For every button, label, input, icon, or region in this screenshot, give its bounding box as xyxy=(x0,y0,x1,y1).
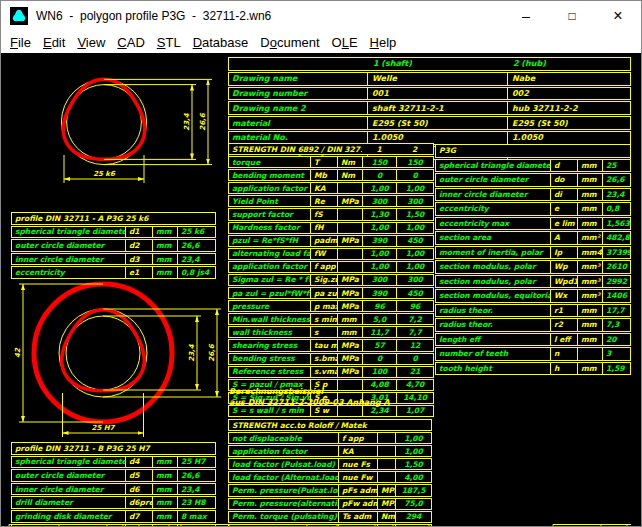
table-row: not displaceablef app1,00 xyxy=(228,432,432,444)
table-cell: pFw adm xyxy=(338,499,377,509)
menu-edit[interactable]: Edit xyxy=(37,33,71,52)
menu-stl[interactable]: STL xyxy=(151,33,187,52)
calculation-note: Berechnungsbeispiel aus DIN 32711-2-2009… xyxy=(229,386,390,408)
menu-cad[interactable]: CAD xyxy=(111,33,150,52)
table-cell: 23 H8 xyxy=(177,497,215,508)
table-row: pa zul = pzul*fW*fapppa zulMPa390450 xyxy=(228,287,434,299)
table-cell: 26,6 xyxy=(177,470,215,481)
table-cell: pFs adm xyxy=(338,485,377,495)
table-cell: mm xyxy=(152,484,177,495)
table-cell xyxy=(337,262,362,272)
table-cell: d7 xyxy=(125,511,152,522)
table-cell: d5 xyxy=(125,470,152,481)
table-cell: MPa xyxy=(337,288,362,298)
table-cell: MPa xyxy=(337,354,362,364)
table-cell: tau max xyxy=(310,340,337,350)
column-header-hub: 2 (hub) xyxy=(507,58,630,70)
table-cell xyxy=(377,472,395,482)
table-row: section modulus, polarWpmm³2610 xyxy=(435,260,631,274)
app-icon[interactable] xyxy=(10,7,28,25)
table-cell: 26,6 xyxy=(602,174,630,186)
table-cell xyxy=(377,459,395,469)
table-cell: mm xyxy=(152,227,177,238)
table-row: load factor (Alternat.load)nue Fw4,00 xyxy=(228,471,432,483)
table-cell: 96 xyxy=(362,301,396,311)
table-row: Hardness factorfH1,001,00 xyxy=(228,222,434,234)
table-cell: 11,7 xyxy=(362,327,396,337)
table-cell: MPa xyxy=(337,196,362,206)
table-cell: mm xyxy=(152,267,177,278)
table-row: section modulus, polarWpd1mm³2992 xyxy=(435,275,631,289)
table-cell: 002 xyxy=(507,88,630,100)
table-cell: E295 (St 50) xyxy=(507,117,630,129)
menu-view[interactable]: View xyxy=(71,33,111,52)
table-cell: MPa xyxy=(337,236,362,246)
table-cell: 17,7 xyxy=(602,305,630,317)
menu-bar: FileEditViewCADSTLDatabaseDocumentOLEHel… xyxy=(1,31,641,53)
table-header: STRENGTH DIN 6892 / DIN 32711 1 2 xyxy=(228,143,434,155)
menu-ole[interactable]: OLE xyxy=(326,33,364,52)
table-cell: 4,70 xyxy=(396,380,433,390)
table-cell: d6pre xyxy=(125,497,152,508)
table-cell: mm xyxy=(577,363,602,375)
menu-document[interactable]: Document xyxy=(254,33,325,52)
table-cell: 150 xyxy=(362,157,396,167)
table-row: bending momentMbNm00 xyxy=(228,169,434,181)
menu-file[interactable]: File xyxy=(4,33,37,52)
table-row: number of teethn3 xyxy=(435,347,631,361)
table-cell: 7,3 xyxy=(602,319,630,331)
table-cell: Ts adm xyxy=(338,512,377,522)
table-cell: Wpd1 xyxy=(550,276,577,288)
table-row: alternating load factorfW1,001,00 xyxy=(228,248,434,260)
table-cell: e xyxy=(550,203,577,215)
table-cell: 1,00 xyxy=(396,249,433,259)
table-row: eccentricity maxe limmm1,563 xyxy=(435,217,631,231)
table-row: Perm. pressure(alternating)pFw admMPa75,… xyxy=(228,498,432,510)
table-cell: load factor (Alternat.load) xyxy=(229,472,338,482)
table-cell: pressure xyxy=(229,301,310,311)
minimize-button[interactable]: – xyxy=(503,1,549,31)
table-cell: tooth height xyxy=(436,363,550,375)
table-cell: inner circle diameter xyxy=(436,189,550,201)
column-header-shaft: 1 (shaft) xyxy=(367,58,507,70)
p3g-table: P3G spherical triangle diameterdmm25oute… xyxy=(435,144,631,376)
table-cell: 25 H7 xyxy=(177,457,215,468)
table-cell: mm xyxy=(577,189,602,201)
table-cell: Wp xyxy=(550,261,577,273)
table-cell: radius theor. xyxy=(436,305,550,317)
table-row: Drawing number001002 xyxy=(228,87,631,101)
table-header: STRENGTH acc.to Roloff / Matek xyxy=(228,419,432,431)
menu-database[interactable]: Database xyxy=(187,33,255,52)
table-cell: bending moment xyxy=(229,170,310,180)
table-cell: nue Fw xyxy=(338,472,377,482)
table-cell: shaft 32711-2-1 xyxy=(367,102,507,114)
table-row: eccentricitye1mm0,8 js4 xyxy=(11,266,216,279)
table-cell: 7,7 xyxy=(396,327,433,337)
close-button[interactable]: × xyxy=(595,1,641,31)
table-cell: mm xyxy=(577,319,602,331)
table-row: tooth heighthmm1,59 xyxy=(435,362,631,376)
table-cell: 57 xyxy=(362,340,396,350)
shaft-profile-drawing: 23,4 26,6 25 k6 xyxy=(9,57,228,209)
table-cell: 23,4 xyxy=(177,484,215,495)
menu-help[interactable]: Help xyxy=(364,33,403,52)
table-cell xyxy=(337,249,362,259)
table-cell: d2 xyxy=(125,240,152,251)
dimension-label: 26,6 xyxy=(199,112,207,130)
table-cell: spherical triangle diameter xyxy=(436,160,550,172)
table-cell: 2992 xyxy=(602,276,630,288)
table-cell: mm xyxy=(152,254,177,265)
title-bar[interactable]: WN6 - polygon profile P3G - 32711-2.wn6 … xyxy=(1,1,641,31)
table-cell: hub 32711-2-2 xyxy=(507,102,630,114)
table-cell: spherical triangle diameter xyxy=(12,227,125,238)
table-row: inner circle diameterdimm23,4 xyxy=(435,188,631,202)
table-row: moment of inertia, polarIpmm437399 xyxy=(435,246,631,260)
table-cell: 14,10 xyxy=(396,393,433,403)
table-cell: 1,00 xyxy=(395,433,431,443)
maximize-button[interactable]: □ xyxy=(549,1,595,31)
table-cell: application factor xyxy=(229,446,338,456)
table-cell: outer circle diameter xyxy=(12,470,125,481)
table-cell: A xyxy=(550,232,577,244)
table-cell: application factor xyxy=(229,183,310,193)
table-cell: MPa xyxy=(337,340,362,350)
